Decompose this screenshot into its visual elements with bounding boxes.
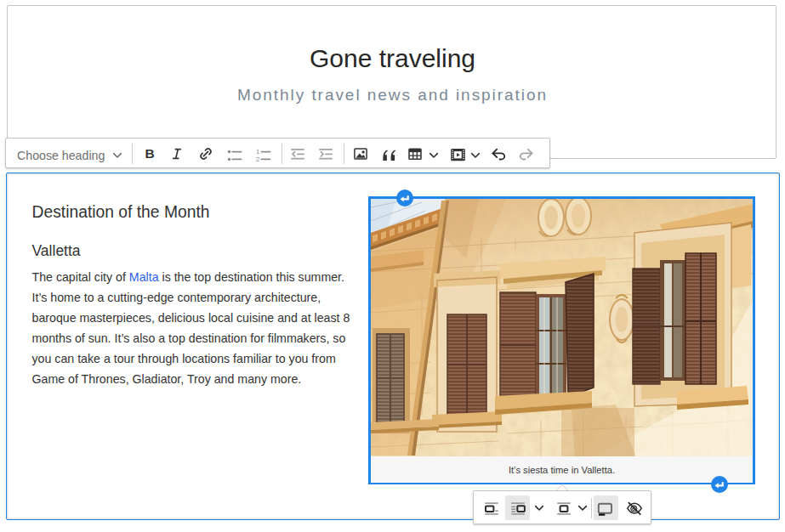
svg-text:2: 2	[256, 156, 259, 162]
svg-text:B: B	[145, 146, 154, 161]
svg-text:1: 1	[256, 148, 259, 156]
